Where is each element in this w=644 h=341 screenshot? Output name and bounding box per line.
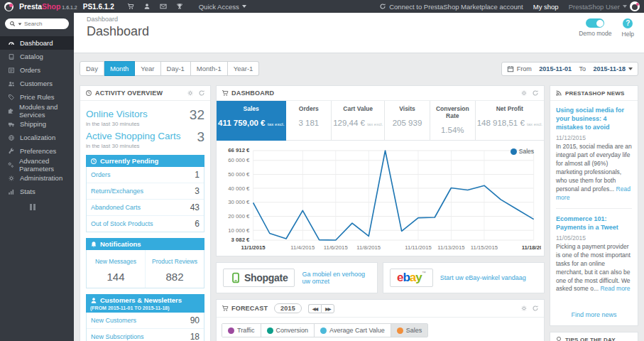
- activity-row-link[interactable]: Abandoned Carts: [91, 204, 141, 211]
- activity-section: Currently PendingOrders1Return/Exchanges…: [86, 155, 204, 232]
- marketplace-link[interactable]: Connect to PrestaShop Marketplace accoun…: [379, 3, 523, 11]
- demo-mode-label: Demo mode: [579, 30, 611, 37]
- help-icon[interactable]: ?: [623, 18, 633, 28]
- forecast-legend-sales[interactable]: Sales: [391, 324, 428, 337]
- next-year-button[interactable]: ▶▶: [321, 304, 334, 313]
- read-more-link[interactable]: Read more: [600, 285, 630, 292]
- forecast-legend-average-cart-value[interactable]: Average Cart Value: [315, 324, 391, 337]
- svg-text:11/8/2015: 11/8/2015: [356, 244, 381, 251]
- sidebar-item-price-rules[interactable]: Price Rules: [0, 90, 74, 104]
- legend-dot-icon: [267, 328, 273, 334]
- demo-mode-toggle[interactable]: [586, 18, 604, 28]
- notification-stat: New Messages144: [87, 250, 146, 288]
- activity-row-link[interactable]: Orders: [91, 171, 111, 178]
- activity-overview-panel: ACTIVITY OVERVIEW Online Visitorsin the …: [80, 85, 211, 341]
- kpi-sales[interactable]: Sales411 759,00 € tax excl.: [217, 101, 286, 141]
- news-panel-title: PRESTASHOP NEWS: [565, 90, 625, 97]
- help-label: Help: [622, 31, 634, 38]
- date-range-button[interactable]: From 2015-11-01 To 2015-11-18: [501, 62, 638, 76]
- trophy-icon[interactable]: [176, 3, 183, 10]
- sidebar-item-label: Dashboard: [20, 39, 53, 47]
- section-title: Currently Pending: [100, 157, 158, 165]
- kpi-cart-value[interactable]: Cart Value129,44 € tax excl.: [332, 101, 385, 141]
- refresh-icon[interactable]: [198, 90, 205, 97]
- activity-stat-link[interactable]: Active Shopping Carts: [86, 131, 181, 141]
- previous-year-button[interactable]: ◀◀: [308, 304, 321, 313]
- legend-label: Sales: [406, 327, 422, 334]
- ebay-banner[interactable]: ebay™ Start uw eBay-winkel vandaag: [383, 262, 545, 293]
- forecast-legend-traffic[interactable]: Traffic: [222, 324, 261, 337]
- person-icon[interactable]: [143, 3, 151, 10]
- collapse-menu-button[interactable]: [30, 204, 74, 210]
- range-button-day-1[interactable]: Day-1: [161, 61, 191, 76]
- user-avatar: [630, 1, 640, 11]
- sidebar-item-administration[interactable]: Administration: [0, 171, 74, 185]
- range-button-month[interactable]: Month: [104, 61, 135, 76]
- gear-icon[interactable]: [520, 90, 528, 97]
- my-shop-link[interactable]: My shop: [533, 3, 559, 11]
- tag-icon: [7, 94, 15, 101]
- sidebar-item-localization[interactable]: Localization: [0, 131, 74, 144]
- sidebar-item-advanced-parameters[interactable]: Advanced Parameters: [0, 158, 74, 171]
- range-button-day[interactable]: Day: [80, 61, 104, 76]
- ebay-link[interactable]: Start uw eBay-winkel vandaag: [440, 274, 526, 281]
- sidebar-item-label: Administration: [20, 174, 62, 182]
- gear-icon[interactable]: [520, 305, 528, 312]
- range-button-month-1[interactable]: Month-1: [191, 61, 228, 76]
- sidebar-item-preferences[interactable]: Preferences: [0, 144, 74, 158]
- shop-name: PS1.6.1.2: [83, 3, 114, 11]
- refresh-icon[interactable]: [532, 305, 539, 312]
- sidebar-item-dashboard[interactable]: Dashboard: [0, 36, 74, 50]
- sidebar-item-shipping[interactable]: Shipping: [0, 117, 74, 131]
- activity-row-value: 6: [195, 219, 200, 229]
- article-title-link[interactable]: Ecommerce 101: Payments in a Tweet: [556, 215, 632, 232]
- chart-legend[interactable]: Sales: [511, 148, 534, 155]
- article-body: Picking a payment provider is one of the…: [556, 243, 632, 293]
- sidebar-item-stats[interactable]: Stats: [0, 185, 74, 198]
- notification-link[interactable]: Product Reviews: [152, 258, 197, 265]
- kpi-net-profit[interactable]: Net Profit148 918,51 € tax excl.: [476, 101, 544, 141]
- quick-access-menu[interactable]: Quick Access: [199, 3, 246, 11]
- article-title-link[interactable]: Using social media for your business: 4 …: [556, 106, 632, 131]
- sidebar-item-modules-and-services[interactable]: Modules and Services: [0, 104, 74, 117]
- kpi-conversion-rate[interactable]: Conversion Rate1.54%: [430, 101, 476, 141]
- sidebar-search[interactable]: [5, 18, 69, 29]
- kpi-visits[interactable]: Visits205 939: [385, 101, 430, 141]
- gear-icon[interactable]: [187, 90, 194, 97]
- cart-icon[interactable]: [127, 3, 134, 10]
- svg-text:30 000 €: 30 000 €: [228, 199, 250, 205]
- help-control: ? Help: [622, 18, 634, 38]
- marketplace-icon: [379, 3, 386, 10]
- refresh-icon[interactable]: [532, 90, 539, 97]
- prestashop-logo: [4, 2, 13, 11]
- cart-icon: [222, 305, 229, 312]
- sidebar-item-label: Price Rules: [20, 93, 55, 101]
- activity-row: Abandoned Carts43: [87, 200, 204, 216]
- kpi-label: Sales: [218, 105, 284, 112]
- activity-row-link[interactable]: New Subscriptions: [91, 333, 144, 340]
- svg-text:11/1/2015: 11/1/2015: [241, 244, 266, 251]
- kpi-label: Conversion Rate: [432, 105, 474, 119]
- range-button-year-1[interactable]: Year-1: [228, 61, 260, 76]
- activity-row-link[interactable]: Out of Stock Products: [91, 220, 153, 227]
- sidebar-item-customers[interactable]: Customers: [0, 77, 74, 90]
- find-more-news-link[interactable]: Find more news: [571, 311, 616, 318]
- shopgate-link[interactable]: Ga mobiel en verhoog uw omzet: [302, 271, 371, 285]
- kpi-value: 3 181: [288, 119, 329, 127]
- user-menu[interactable]: PrestaShop User: [569, 1, 640, 11]
- shopgate-banner[interactable]: Shopgate Ga mobiel en verhoog uw omzet: [216, 262, 378, 293]
- notification-link[interactable]: New Messages: [95, 258, 136, 265]
- activity-stat-value: 3: [197, 129, 204, 145]
- search-input[interactable]: [24, 21, 61, 27]
- activity-big-stat: Online Visitorsin the last 30 minutes32: [86, 107, 204, 127]
- sidebar-item-catalog[interactable]: Catalog: [0, 50, 74, 63]
- envelope-icon[interactable]: [160, 3, 167, 10]
- kpi-orders[interactable]: Orders3 181: [286, 101, 332, 141]
- activity-row-link[interactable]: New Customers: [91, 317, 136, 324]
- range-button-year[interactable]: Year: [135, 61, 160, 76]
- activity-stat-link[interactable]: Online Visitors: [86, 109, 148, 119]
- sidebar-item-orders[interactable]: Orders: [0, 63, 74, 77]
- read-more-link[interactable]: Read more: [556, 185, 631, 201]
- forecast-legend-conversion[interactable]: Conversion: [261, 324, 315, 337]
- activity-row-link[interactable]: Return/Exchanges: [91, 188, 143, 195]
